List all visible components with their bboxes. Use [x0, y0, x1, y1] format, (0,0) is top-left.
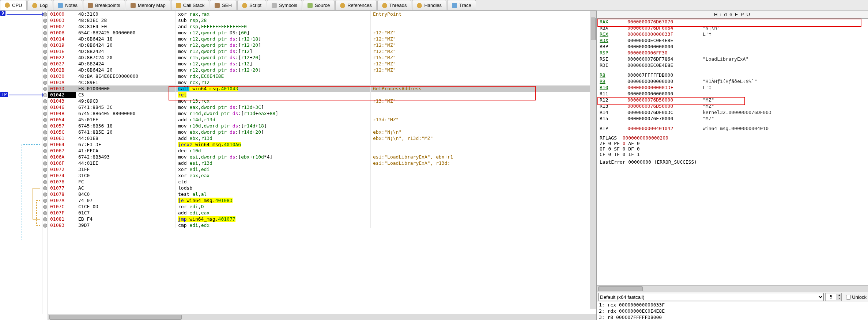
disasm-row[interactable]: 0103A4C:89E1mov rcx,r12 [48, 79, 596, 85]
tab-cpu[interactable]: CPU [0, 0, 27, 10]
reg-value[interactable]: 0000000076D50000 [624, 97, 700, 103]
reg-row[interactable]: RAX0000000076D67070 [597, 19, 868, 25]
disasm-row[interactable]: 0107CC1CF 0Dror edi,D [48, 203, 596, 210]
disassembly-pane[interactable]: 0100048:31C0xor rax,raxEntryPoint0100348… [48, 11, 597, 320]
tab-symbols[interactable]: Symbols [267, 0, 302, 10]
reg-row[interactable] [597, 68, 868, 72]
disasm-row[interactable]: 010224D:8B7C24 20mov r15,qword ptr ds:[r… [48, 54, 596, 61]
disasm-row[interactable]: 0105445:01EEadd r14d,r13dr13d:"MZ" [48, 117, 596, 123]
disasm-row[interactable]: 0103048:BA 8E4E0EEC0000000mov rdx,EC0E4E… [48, 73, 596, 79]
reg-row[interactable]: RSP0000000006FF30 [597, 50, 868, 56]
spin-down[interactable]: ▼ [837, 297, 841, 300]
bp-marker[interactable] [43, 37, 47, 41]
bp-marker[interactable] [43, 143, 47, 147]
arg-count-value[interactable] [826, 294, 837, 300]
disasm-row[interactable]: 0104B6745:8B6405 88000000mov r14d,dword … [48, 110, 596, 117]
bp-marker[interactable] [43, 81, 47, 85]
disassembly-list[interactable]: 0100048:31C0xor rax,raxEntryPoint0100348… [48, 11, 596, 314]
disasm-row[interactable]: 0100348:83EC 28sub rsp,28 [48, 17, 596, 23]
reg-value[interactable]: 0000000000401042 [624, 125, 700, 132]
reg-value[interactable]: 0000000076DF7864 [624, 56, 700, 62]
disasm-row[interactable]: 0100B654C:8B2425 60000000mov r12,qword p… [48, 30, 596, 36]
disasm-row[interactable]: 0107A74 07je win64_msg.401083 [48, 197, 596, 203]
bp-marker[interactable] [43, 93, 47, 97]
bp-marker[interactable] [43, 155, 47, 159]
bp-marker[interactable] [43, 137, 47, 141]
reg-value[interactable]: 0000000076DF0064 [624, 25, 700, 31]
tab-notes[interactable]: Notes [53, 0, 82, 10]
bp-marker[interactable] [43, 193, 47, 197]
reg-hscroll-thumb[interactable] [598, 286, 643, 291]
bp-marker[interactable] [43, 112, 47, 116]
disasm-vscroll[interactable] [590, 11, 596, 309]
reg-value[interactable]: 00000000EC0E4E8E [624, 62, 700, 68]
disasm-row[interactable]: 0107231FFxor edi,edi [48, 166, 596, 172]
reg-value[interactable]: 0000000076DF003C [624, 109, 700, 115]
bp-marker[interactable] [43, 161, 47, 165]
tab-log[interactable]: Log [27, 0, 52, 10]
bp-marker[interactable] [43, 25, 47, 29]
reg-row[interactable]: RIP0000000000401042win64_msg.00000000040… [597, 125, 868, 132]
arg-count-spinner[interactable]: ▲ ▼ [825, 293, 842, 301]
tab-threads[interactable]: Threads [377, 0, 412, 10]
reg-row[interactable]: RCX000000000000033FL'‡ [597, 31, 868, 37]
reg-value[interactable]: 0000000000000000 [624, 78, 700, 84]
reg-value[interactable]: 0000000000000000 [624, 91, 700, 97]
reg-row[interactable]: R90000000000000000"H1ÀHƒì(HƒäðeL‹$%`" [597, 78, 868, 84]
bp-marker[interactable] [43, 217, 47, 221]
disasm-row[interactable]: 0103DE8 01000000call win64_msg.401043Get… [48, 85, 596, 92]
disasm-row[interactable]: 0100048:31C0xor rax,raxEntryPoint [48, 11, 596, 17]
reg-row[interactable]: RSI0000000076DF7864"LoadLibraryExA" [597, 56, 868, 62]
tab-references[interactable]: References [335, 0, 376, 10]
disasm-row[interactable]: 0105C6741:8B5E 20mov ebx,dword ptr ds:[r… [48, 129, 596, 135]
reg-row[interactable]: RBP0000000000000000 [597, 43, 868, 50]
reg-value[interactable]: 000007FFFFFDB000 [624, 72, 700, 78]
bp-marker[interactable] [43, 224, 47, 228]
tab-call-stack[interactable]: Call Stack [171, 0, 210, 10]
disassembly-table[interactable]: 0100048:31C0xor rax,raxEntryPoint0100348… [48, 11, 596, 228]
bp-marker[interactable] [43, 99, 47, 103]
unlock-checkbox[interactable]: Unlock [845, 294, 867, 301]
reg-value[interactable]: 000000000000033F [624, 84, 700, 91]
reg-row[interactable]: R150000000076E70000"MZ" [597, 115, 868, 122]
disasm-row[interactable]: 0107884C0test al,al [48, 191, 596, 197]
bp-marker[interactable] [43, 68, 47, 72]
reg-value[interactable]: 0000000076D50000 [624, 103, 700, 109]
tab-memory-map[interactable]: Memory Map [126, 0, 170, 10]
disasm-row[interactable]: 010274D:8B2424mov r12,qword ptr ds:[r12]… [48, 61, 596, 67]
tab-trace[interactable]: Trace [447, 0, 476, 10]
bp-marker[interactable] [43, 56, 47, 60]
reg-row[interactable]: RDI00000000EC0E4E8E [597, 62, 868, 68]
reg-value[interactable]: 00000000EC0E4E8E [624, 37, 700, 43]
tab-breakpoints[interactable]: Breakpoints [83, 0, 125, 10]
reg-value[interactable]: 0000000006FF30 [624, 50, 700, 56]
reg-value[interactable]: 0000000076E70000 [624, 115, 700, 122]
reg-row[interactable]: RDX00000000EC0E4E8E [597, 37, 868, 43]
reg-row[interactable]: R120000000076D50000"MZ" [597, 97, 868, 103]
bp-marker[interactable] [43, 205, 47, 209]
reg-value[interactable]: 0000000076D67070 [624, 19, 700, 25]
bp-marker[interactable] [43, 211, 47, 215]
disasm-row[interactable]: 0100748:83E4 F0and rsp,FFFFFFFFFFFFFFF0 [48, 23, 596, 30]
disasm-row[interactable]: 0106A6742:8B3493mov esi,dword ptr ds:[eb… [48, 154, 596, 160]
disasm-hscroll[interactable] [48, 314, 596, 320]
disasm-row[interactable]: 0104349:89CDmov r13,rcxr13:"MZ" [48, 98, 596, 104]
disasm-row[interactable]: 0107F01C7add edi,eax [48, 210, 596, 216]
disasm-row[interactable]: 0108339D7cmp edi,edx [48, 222, 596, 228]
disasm-row[interactable]: 01077AClodsb [48, 185, 596, 191]
hscroll-thumb[interactable] [49, 315, 182, 320]
bp-marker[interactable] [43, 124, 47, 128]
disasm-row[interactable]: 010194D:8B6424 20mov r12,qword ptr ds:[r… [48, 42, 596, 48]
bp-marker[interactable] [43, 31, 47, 35]
bp-marker[interactable] [43, 118, 47, 122]
disasm-row[interactable]: 01042C3ret [48, 92, 596, 98]
spin-up[interactable]: ▲ [837, 294, 841, 297]
disasm-row[interactable]: 01076FCcld [48, 179, 596, 185]
reg-row[interactable]: R110000000000000000 [597, 91, 868, 97]
bp-marker[interactable] [43, 149, 47, 153]
disasm-row[interactable]: 01081EB F4jmp win64_msg.401077 [48, 216, 596, 222]
disasm-row[interactable]: 0102B4D:8B6424 20mov r12,qword ptr ds:[r… [48, 67, 596, 73]
bp-marker[interactable] [43, 174, 47, 178]
bp-marker[interactable] [43, 180, 47, 184]
tab-handles[interactable]: Handles [412, 0, 446, 10]
